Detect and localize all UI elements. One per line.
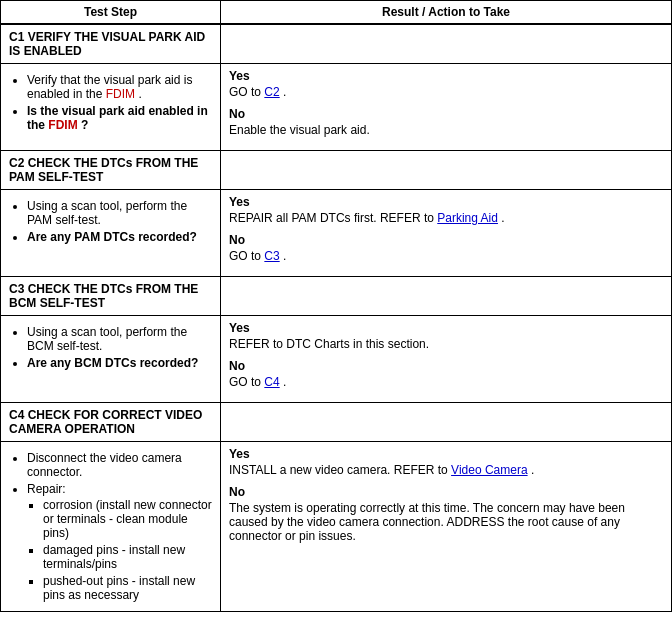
c3-no-text: GO to C4 . — [229, 375, 663, 389]
section-c1: C1 VERIFY THE VISUAL PARK AID IS ENABLED… — [1, 24, 671, 150]
c4-title-text: C4 CHECK FOR CORRECT VIDEO CAMERA OPERAT… — [9, 408, 202, 436]
c3-steps: Using a scan tool, perform the BCM self-… — [1, 316, 221, 402]
c2-yes-label: Yes — [229, 195, 663, 209]
c3-result-header — [221, 277, 671, 315]
c4-repair-1: corrosion (install new connector or term… — [43, 498, 212, 540]
c3-no-label: No — [229, 359, 663, 373]
c2-step-2: Are any PAM DTCs recorded? — [27, 230, 212, 244]
c1-step-1: Verify that the visual park aid is enabl… — [27, 73, 212, 101]
c4-repair-2: damaged pins - install new terminals/pin… — [43, 543, 212, 571]
c3-title-text: C3 CHECK THE DTCs FROM THE BCM SELF-TEST — [9, 282, 198, 310]
c4-no-text: The system is operating correctly at thi… — [229, 501, 663, 543]
c4-body: Disconnect the video camera connector. R… — [1, 442, 671, 611]
c4-yes-text: INSTALL a new video camera. REFER to Vid… — [229, 463, 663, 477]
c2-yes-block: Yes REPAIR all PAM DTCs first. REFER to … — [229, 195, 663, 225]
c1-result-header — [221, 25, 671, 63]
c2-body: Using a scan tool, perform the PAM self-… — [1, 190, 671, 276]
table-header: Test Step Result / Action to Take — [1, 1, 671, 24]
c1-yes-text: GO to C2 . — [229, 85, 663, 99]
c4-repair-3: pushed-out pins - install new pins as ne… — [43, 574, 212, 602]
c1-title: C1 VERIFY THE VISUAL PARK AID IS ENABLED — [1, 25, 221, 63]
c1-yes-block: Yes GO to C2 . — [229, 69, 663, 99]
c4-no-block: No The system is operating correctly at … — [229, 485, 663, 543]
c3-step-list: Using a scan tool, perform the BCM self-… — [9, 325, 212, 370]
c3-title: C3 CHECK THE DTCs FROM THE BCM SELF-TEST — [1, 277, 221, 315]
c2-yes-text: REPAIR all PAM DTCs first. REFER to Park… — [229, 211, 663, 225]
c3-step-2: Are any BCM DTCs recorded? — [27, 356, 212, 370]
c3-c4-link[interactable]: C4 — [264, 375, 279, 389]
c1-yes-label: Yes — [229, 69, 663, 83]
c1-fdim-1: FDIM — [106, 87, 135, 101]
c1-question-1: Is the visual park aid enabled in the FD… — [27, 104, 208, 132]
c1-step-2: Is the visual park aid enabled in the FD… — [27, 104, 212, 132]
c1-no-block: No Enable the visual park aid. — [229, 107, 663, 137]
c3-results: Yes REFER to DTC Charts in this section.… — [221, 316, 671, 402]
c2-result-header — [221, 151, 671, 189]
c2-step-1: Using a scan tool, perform the PAM self-… — [27, 199, 212, 227]
c3-yes-block: Yes REFER to DTC Charts in this section. — [229, 321, 663, 351]
c4-step-1: Disconnect the video camera connector. — [27, 451, 212, 479]
section-c3: C3 CHECK THE DTCs FROM THE BCM SELF-TEST… — [1, 276, 671, 402]
c4-step-2: Repair: corrosion (install new connector… — [27, 482, 212, 602]
c3-step-1: Using a scan tool, perform the BCM self-… — [27, 325, 212, 353]
c1-step-list: Verify that the visual park aid is enabl… — [9, 73, 212, 132]
header-result-action: Result / Action to Take — [221, 1, 671, 23]
diagnostic-table: Test Step Result / Action to Take C1 VER… — [0, 0, 672, 612]
c2-steps: Using a scan tool, perform the PAM self-… — [1, 190, 221, 276]
c2-no-text: GO to C3 . — [229, 249, 663, 263]
c4-yes-label: Yes — [229, 447, 663, 461]
c1-steps: Verify that the visual park aid is enabl… — [1, 64, 221, 150]
c1-no-text: Enable the visual park aid. — [229, 123, 663, 137]
header-test-step: Test Step — [1, 1, 221, 23]
c2-parking-aid-link[interactable]: Parking Aid — [437, 211, 498, 225]
c1-no-label: No — [229, 107, 663, 121]
c1-body: Verify that the visual park aid is enabl… — [1, 64, 671, 150]
c2-no-block: No GO to C3 . — [229, 233, 663, 263]
c4-result-header — [221, 403, 671, 441]
c3-yes-text: REFER to DTC Charts in this section. — [229, 337, 663, 351]
c2-question: Are any PAM DTCs recorded? — [27, 230, 197, 244]
section-c4: C4 CHECK FOR CORRECT VIDEO CAMERA OPERAT… — [1, 402, 671, 611]
c4-steps: Disconnect the video camera connector. R… — [1, 442, 221, 611]
c3-no-block: No GO to C4 . — [229, 359, 663, 389]
c4-no-label: No — [229, 485, 663, 499]
c1-results: Yes GO to C2 . No Enable the visual park… — [221, 64, 671, 150]
c4-repair-list: corrosion (install new connector or term… — [27, 498, 212, 602]
c2-step-list: Using a scan tool, perform the PAM self-… — [9, 199, 212, 244]
c3-body: Using a scan tool, perform the BCM self-… — [1, 316, 671, 402]
c4-video-camera-link[interactable]: Video Camera — [451, 463, 528, 477]
c2-c3-link[interactable]: C3 — [264, 249, 279, 263]
c3-yes-label: Yes — [229, 321, 663, 335]
c4-title: C4 CHECK FOR CORRECT VIDEO CAMERA OPERAT… — [1, 403, 221, 441]
section-c2: C2 CHECK THE DTCs FROM THE PAM SELF-TEST… — [1, 150, 671, 276]
c1-c2-link[interactable]: C2 — [264, 85, 279, 99]
c1-title-text: C1 VERIFY THE VISUAL PARK AID IS ENABLED — [9, 30, 205, 58]
c2-title: C2 CHECK THE DTCs FROM THE PAM SELF-TEST — [1, 151, 221, 189]
c2-results: Yes REPAIR all PAM DTCs first. REFER to … — [221, 190, 671, 276]
c4-results: Yes INSTALL a new video camera. REFER to… — [221, 442, 671, 611]
c3-question: Are any BCM DTCs recorded? — [27, 356, 198, 370]
c2-title-text: C2 CHECK THE DTCs FROM THE PAM SELF-TEST — [9, 156, 198, 184]
c1-fdim-2: FDIM — [48, 118, 77, 132]
c4-yes-block: Yes INSTALL a new video camera. REFER to… — [229, 447, 663, 477]
c4-step-list: Disconnect the video camera connector. R… — [9, 451, 212, 602]
c2-no-label: No — [229, 233, 663, 247]
